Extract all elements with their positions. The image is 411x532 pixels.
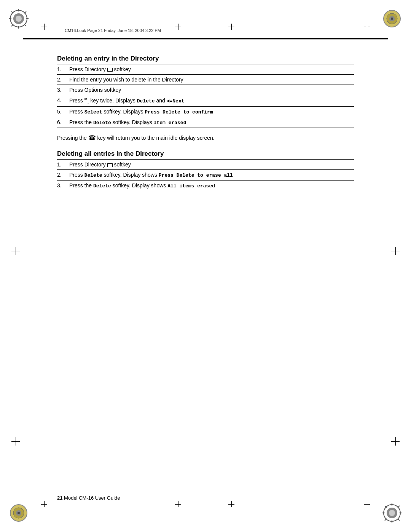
crosshair-lower-right <box>391 437 400 447</box>
section2-title: Deleting all entries in the Directory <box>57 150 354 158</box>
svg-point-14 <box>391 18 393 20</box>
table-row: 2. Find the entry you wish to delete in … <box>57 75 354 85</box>
crosshair-top-center-right <box>228 24 234 31</box>
table-row: 4. Press M↓ key twice. Displays Delete a… <box>57 95 354 107</box>
section1-steps-table: 1. Press Directory softkey 2. Find the e… <box>57 64 354 128</box>
header-top-rule <box>23 38 388 39</box>
svg-line-8 <box>24 24 26 26</box>
corner-decoration-tr <box>382 8 403 29</box>
header-file-info: CM16.book Page 21 Friday, June 18, 2004 … <box>65 28 161 33</box>
crosshair-bottom-left <box>41 501 47 508</box>
crosshair-lower-left <box>11 437 20 447</box>
svg-line-27 <box>398 519 400 521</box>
corner-decoration-br <box>382 503 403 524</box>
page: CM16.book Page 21 Friday, June 18, 2004 … <box>0 0 411 532</box>
section2-steps-table: 1. Press Directory softkey 2. Press Dele… <box>57 159 354 191</box>
corner-decoration-tl <box>8 8 29 29</box>
crosshair-bottom-center-right <box>228 501 234 508</box>
footer-rule <box>23 490 388 490</box>
section1-title: Deleting an entry in the Directory <box>57 55 354 62</box>
table-row: 6. Press the Delete softkey. Displays It… <box>57 117 354 128</box>
header-bottom-rule <box>23 40 388 40</box>
svg-point-18 <box>18 512 20 514</box>
crosshair-top-left <box>41 24 47 31</box>
table-row: 3. Press the Delete softkey. Display sho… <box>57 181 354 191</box>
svg-point-21 <box>389 510 395 516</box>
main-content: Deleting an entry in the Directory 1. Pr… <box>57 50 354 191</box>
svg-point-2 <box>16 16 22 22</box>
crosshair-top-center-left <box>175 24 181 31</box>
table-row: 1. Press Directory softkey <box>57 160 354 170</box>
table-row: 1. Press Directory softkey <box>57 64 354 75</box>
crosshair-mid-left <box>11 247 20 256</box>
crosshair-top-right <box>364 24 370 31</box>
crosshair-mid-right <box>391 247 400 256</box>
section1-note: Pressing the ☎ key will return you to th… <box>57 133 354 142</box>
crosshair-bottom-right <box>364 501 370 508</box>
crosshair-bottom-center-left <box>175 501 181 508</box>
corner-decoration-bl <box>8 503 29 524</box>
table-row: 2. Press Delete softkey. Display shows P… <box>57 170 354 181</box>
table-row: 5. Press Select softkey. Displays Press … <box>57 107 354 117</box>
table-row: 3. Press Options softkey <box>57 85 354 95</box>
footer-content: 21 Model CM-16 User Guide <box>57 495 120 501</box>
